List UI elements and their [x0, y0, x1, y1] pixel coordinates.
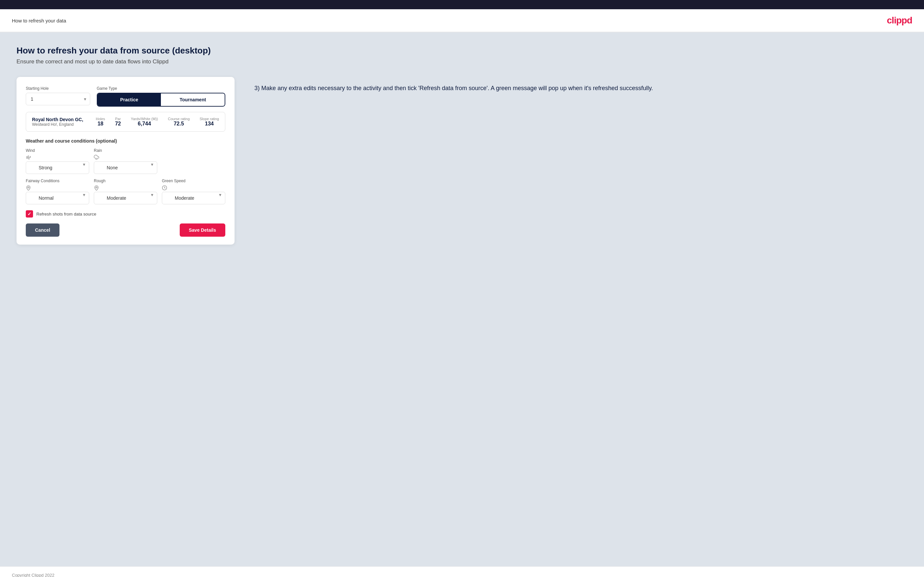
- tournament-button[interactable]: Tournament: [161, 93, 225, 106]
- rough-group: Rough Moderate Light Heavy: [94, 179, 157, 204]
- fairway-icon: [26, 186, 31, 192]
- fairway-group: Fairway Conditions Normal Dry Wet Soft: [26, 179, 89, 204]
- green-speed-group: Green Speed Moderate Slow Fast: [162, 179, 225, 204]
- slope-rating-value: 134: [205, 121, 214, 126]
- refresh-label: Refresh shots from data source: [36, 211, 96, 216]
- game-type-toggle: Practice Tournament: [97, 93, 225, 106]
- main-content: How to refresh your data from source (de…: [0, 32, 924, 566]
- rough-select[interactable]: Moderate Light Heavy: [94, 192, 157, 204]
- refresh-checkbox[interactable]: [26, 210, 33, 218]
- wind-select-wrapper[interactable]: Strong None Light Moderate: [26, 155, 89, 174]
- practice-button[interactable]: Practice: [97, 93, 161, 106]
- fairway-select[interactable]: Normal Dry Wet Soft: [26, 192, 89, 204]
- conditions-title: Weather and course conditions (optional): [26, 138, 225, 143]
- green-speed-select-wrapper[interactable]: Moderate Slow Fast: [162, 185, 225, 204]
- rough-icon: [94, 186, 99, 192]
- conditions-row-2: Fairway Conditions Normal Dry Wet Soft: [26, 179, 225, 204]
- course-location: Westward Ho!, England: [32, 122, 96, 127]
- rain-group: Rain None Light Heavy: [94, 148, 157, 174]
- rain-label: Rain: [94, 148, 157, 153]
- footer: Copyright Clippd 2022: [0, 566, 924, 577]
- placeholder-group: [162, 148, 225, 174]
- par-stat: Par 72: [115, 117, 121, 127]
- rain-icon: [94, 155, 99, 161]
- course-card: Royal North Devon GC, Westward Ho!, Engl…: [26, 112, 225, 132]
- game-type-label: Game Type: [97, 86, 225, 91]
- wind-rain-row: Wind Strong None Light Moderate: [26, 148, 225, 174]
- fairway-label: Fairway Conditions: [26, 179, 89, 183]
- yards-stat: Yards/White (M)) 6,744: [131, 117, 158, 127]
- header: How to refresh your data clippd: [0, 9, 924, 32]
- action-row: Cancel Save Details: [26, 224, 225, 237]
- page-heading: How to refresh your data from source (de…: [16, 45, 908, 56]
- content-layout: Starting Hole 1 10 Game Type Practice To…: [16, 77, 908, 245]
- rain-select-wrapper[interactable]: None Light Heavy: [94, 155, 157, 174]
- wind-icon: [26, 155, 31, 161]
- logo: clippd: [887, 15, 912, 26]
- starting-hole-wrapper[interactable]: 1 10: [26, 93, 90, 105]
- form-panel: Starting Hole 1 10 Game Type Practice To…: [16, 77, 234, 245]
- save-button[interactable]: Save Details: [180, 224, 226, 237]
- cancel-button[interactable]: Cancel: [26, 224, 60, 237]
- slope-rating-label: Slope rating: [200, 117, 219, 121]
- green-speed-icon: [162, 186, 167, 192]
- side-text: 3) Make any extra edits necessary to the…: [254, 77, 908, 93]
- yards-value: 6,744: [138, 121, 151, 126]
- par-value: 72: [115, 121, 121, 126]
- course-rating-label: Course rating: [168, 117, 190, 121]
- holes-value: 18: [97, 121, 103, 126]
- holes-label: Holes: [96, 117, 105, 121]
- course-rating-stat: Course rating 72.5: [168, 117, 190, 127]
- rain-select[interactable]: None Light Heavy: [94, 161, 157, 174]
- course-rating-value: 72.5: [174, 121, 184, 126]
- footer-text: Copyright Clippd 2022: [12, 573, 55, 577]
- green-speed-select[interactable]: Moderate Slow Fast: [162, 192, 225, 204]
- svg-point-3: [28, 187, 29, 188]
- refresh-checkbox-row: Refresh shots from data source: [26, 210, 225, 218]
- wind-select[interactable]: Strong None Light Moderate: [26, 161, 89, 174]
- course-info: Royal North Devon GC, Westward Ho!, Engl…: [32, 117, 96, 127]
- slope-rating-stat: Slope rating 134: [200, 117, 219, 127]
- holes-stat: Holes 18: [96, 117, 105, 127]
- green-speed-label: Green Speed: [162, 179, 225, 183]
- starting-hole-row: Starting Hole 1 10 Game Type Practice To…: [26, 86, 225, 106]
- wind-label: Wind: [26, 148, 89, 153]
- yards-label: Yards/White (M)): [131, 117, 158, 121]
- starting-hole-select[interactable]: 1 10: [26, 93, 90, 105]
- rough-select-wrapper[interactable]: Moderate Light Heavy: [94, 185, 157, 204]
- course-name: Royal North Devon GC,: [32, 117, 96, 122]
- hole-group: Starting Hole 1 10: [26, 86, 90, 106]
- course-stats: Holes 18 Par 72 Yards/White (M)) 6,744 C…: [96, 117, 219, 127]
- starting-hole-label: Starting Hole: [26, 86, 90, 91]
- side-text-content: 3) Make any extra edits necessary to the…: [254, 84, 908, 93]
- rough-label: Rough: [94, 179, 157, 183]
- par-label: Par: [115, 117, 121, 121]
- game-type-group: Game Type Practice Tournament: [97, 86, 225, 106]
- top-bar: [0, 0, 924, 9]
- svg-point-4: [96, 187, 97, 188]
- fairway-select-wrapper[interactable]: Normal Dry Wet Soft: [26, 185, 89, 204]
- page-subheading: Ensure the correct and most up to date d…: [16, 58, 908, 65]
- header-title: How to refresh your data: [12, 18, 66, 23]
- wind-group: Wind Strong None Light Moderate: [26, 148, 89, 174]
